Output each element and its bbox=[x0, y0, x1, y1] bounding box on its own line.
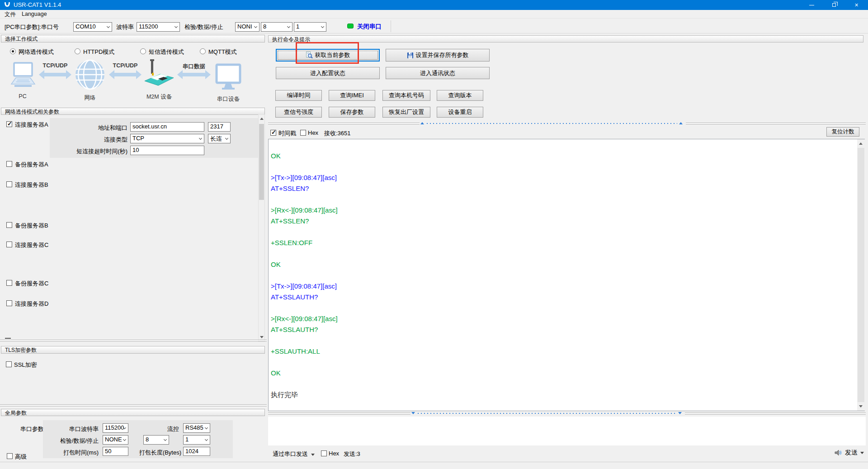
server-c-checkbox[interactable] bbox=[6, 242, 12, 247]
menu-language[interactable]: Language bbox=[20, 11, 49, 17]
recv-count: 接收:3651 bbox=[324, 129, 351, 137]
log-hex-label: Hex bbox=[308, 129, 318, 136]
toolbar-divider bbox=[0, 33, 868, 33]
addr-input[interactable]: socket.usr.cn bbox=[130, 122, 204, 132]
menu-file[interactable]: 文件 bbox=[3, 11, 18, 19]
close-button[interactable]: × bbox=[845, 0, 868, 10]
reset-count-button[interactable]: 复位计数 bbox=[826, 127, 859, 137]
conn-type-select[interactable]: TCP bbox=[130, 134, 204, 143]
backup-server-c-checkbox[interactable] bbox=[6, 280, 12, 286]
stopbits-select[interactable]: 1 bbox=[294, 22, 326, 32]
splitter-log-bottom-r[interactable] bbox=[685, 412, 866, 415]
log-line: AT+SSLAUTH? bbox=[271, 293, 855, 304]
ssl-label: SSL加密 bbox=[14, 361, 37, 369]
restore-button[interactable] bbox=[824, 0, 844, 10]
set-save-all-button[interactable]: 设置并保存所有参数 bbox=[386, 49, 490, 62]
baud-label: 波特率 bbox=[116, 23, 134, 31]
log-hex-checkbox[interactable] bbox=[300, 130, 306, 136]
databits-select[interactable]: 8 bbox=[261, 22, 292, 32]
net-params-header: 网络透传模式相关参数 bbox=[1, 108, 265, 115]
port-input[interactable]: 2317 bbox=[208, 122, 231, 132]
packtime-input[interactable]: 50 bbox=[103, 447, 128, 456]
log-line: 执行完毕 bbox=[271, 391, 855, 402]
chevron-down-icon bbox=[287, 25, 290, 28]
minimize-icon bbox=[809, 5, 814, 5]
chevron-down-icon bbox=[321, 25, 324, 28]
net-params-scrollbar[interactable] bbox=[258, 114, 265, 341]
log-line: >[Rx<-][09:08:47][asc] bbox=[271, 206, 855, 217]
scroll-down-icon[interactable] bbox=[260, 336, 264, 338]
enter-config-button[interactable]: 进入配置状态 bbox=[276, 67, 380, 79]
cmd-panel-header: 执行命令及提示 bbox=[268, 35, 863, 43]
scroll-up-icon[interactable] bbox=[260, 118, 264, 120]
conn-mode-select[interactable]: 长连 bbox=[208, 134, 231, 143]
backup-server-a-checkbox[interactable] bbox=[6, 161, 12, 167]
advanced-checkbox[interactable] bbox=[7, 453, 13, 459]
splitter-log-top[interactable] bbox=[268, 123, 420, 125]
radio-mqtt[interactable] bbox=[200, 48, 206, 54]
server-a-checkbox[interactable] bbox=[6, 121, 12, 127]
compile-time-button[interactable]: 编译时间 bbox=[275, 90, 322, 101]
log-line: OK bbox=[271, 152, 855, 163]
enter-comm-button[interactable]: 进入通讯状态 bbox=[386, 67, 490, 79]
g-stopbits-select[interactable]: 1 bbox=[183, 435, 210, 445]
query-version-button[interactable]: 查询版本 bbox=[437, 90, 483, 101]
send-hex-checkbox[interactable] bbox=[321, 450, 327, 456]
chevron-down-icon bbox=[205, 426, 208, 429]
scrollbar-thumb[interactable] bbox=[858, 148, 864, 402]
splitter-left-2[interactable] bbox=[0, 404, 267, 407]
checkbox-label: 备份服务器A bbox=[15, 161, 48, 169]
g-databits-select[interactable]: 8 bbox=[143, 435, 169, 445]
factory-reset-button[interactable]: 恢复出厂设置 bbox=[382, 107, 430, 118]
timeout-input[interactable]: 10 bbox=[130, 146, 204, 155]
splitter-dots[interactable] bbox=[418, 413, 676, 414]
device-restart-button[interactable]: 设备重启 bbox=[437, 107, 483, 118]
g-baud-select[interactable]: 115200 bbox=[103, 423, 128, 433]
splitter-left-1[interactable] bbox=[0, 340, 267, 342]
splitter-collapse-icon[interactable] bbox=[679, 122, 683, 124]
ssl-checkbox[interactable] bbox=[6, 361, 12, 367]
splitter-dots[interactable] bbox=[427, 123, 677, 124]
query-number-button[interactable]: 查询本机号码 bbox=[382, 90, 430, 101]
server-d-checkbox[interactable] bbox=[6, 300, 12, 306]
log-line: AT+SSLAUTH? bbox=[271, 326, 855, 336]
parity-select[interactable]: NONI bbox=[235, 22, 259, 32]
send-input[interactable] bbox=[268, 417, 866, 445]
packlen-input[interactable]: 1024 bbox=[183, 447, 210, 456]
log-line bbox=[271, 271, 855, 282]
close-port-button[interactable]: 关闭串口 bbox=[357, 23, 382, 31]
scrollbar-thumb[interactable] bbox=[259, 124, 264, 200]
query-imei-button[interactable]: 查询IMEI bbox=[329, 90, 375, 101]
log-output[interactable]: OK >[Tx->][09:08:47][asc] AT+SSLEN? >[Rx… bbox=[268, 139, 865, 411]
timestamp-checkbox[interactable] bbox=[270, 130, 276, 136]
link-label: 串口数据 bbox=[177, 63, 211, 71]
splitter-log-top-r[interactable] bbox=[686, 123, 866, 125]
scroll-down-icon[interactable] bbox=[859, 405, 863, 407]
radio-httpd[interactable] bbox=[75, 48, 80, 54]
send-button[interactable]: 发送 bbox=[811, 447, 867, 459]
g-baud-label: 串口波特率 bbox=[50, 425, 99, 433]
splitter-collapse-icon[interactable] bbox=[420, 122, 424, 124]
save-params-button[interactable]: 保存参数 bbox=[329, 107, 375, 118]
menu-bar: 文件 Language bbox=[0, 10, 868, 19]
minimize-button[interactable] bbox=[801, 0, 822, 10]
flow-select[interactable]: RS485 bbox=[183, 423, 210, 433]
chevron-down-icon bbox=[254, 25, 257, 28]
backup-server-b-checkbox[interactable] bbox=[6, 222, 12, 228]
splitter-log-bottom[interactable] bbox=[268, 412, 410, 415]
splitter-collapse-icon[interactable] bbox=[678, 412, 682, 414]
query-signal-button[interactable]: 查信号强度 bbox=[275, 107, 322, 118]
arrow-m2m-serial-icon bbox=[183, 73, 205, 76]
timeout-label: 短连接超时时间(秒) bbox=[63, 147, 127, 156]
send-via-serial-dropdown[interactable]: 通过串口发送 bbox=[273, 450, 315, 458]
splitter-collapse-icon[interactable] bbox=[411, 412, 415, 414]
radio-sms-passthrough[interactable] bbox=[140, 48, 146, 54]
baud-select[interactable]: 115200 bbox=[137, 22, 180, 32]
g-parity-select[interactable]: NONE bbox=[103, 435, 128, 445]
com-port-select[interactable]: COM10 bbox=[73, 22, 112, 32]
scroll-up-icon[interactable] bbox=[859, 142, 863, 145]
server-b-checkbox[interactable] bbox=[6, 181, 12, 187]
log-line: AT+SSLEN? bbox=[271, 185, 855, 195]
log-scrollbar[interactable] bbox=[857, 139, 865, 411]
radio-net-passthrough[interactable] bbox=[10, 48, 16, 54]
